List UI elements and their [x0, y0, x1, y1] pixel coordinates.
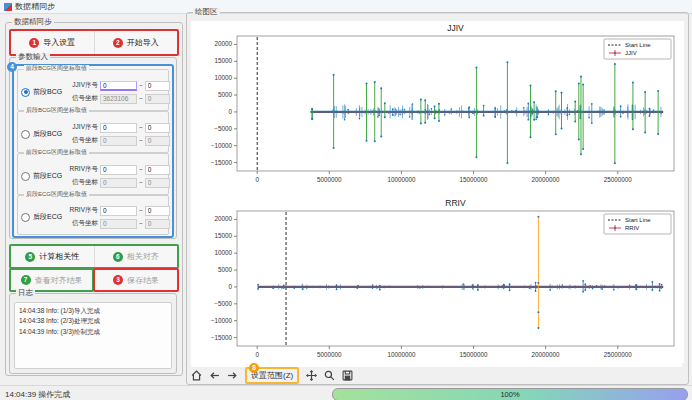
radio-label: 后段BCG	[33, 129, 62, 139]
radio-icon[interactable]	[21, 130, 30, 139]
rriv-index-to-input[interactable]	[145, 165, 170, 175]
row-label: JJIV序号	[67, 81, 98, 90]
row-label: RRIV序号	[67, 206, 98, 215]
param-group-front-bcg: 前段BCG区间坐标取值 前段BCG JJIV序号 ~ 信号坐标	[17, 69, 169, 111]
jjiv-index-to-input[interactable]	[145, 123, 170, 133]
tilde: ~	[139, 137, 143, 144]
row-label: RRIV序号	[67, 165, 98, 174]
svg-text:10000000: 10000000	[387, 176, 416, 183]
svg-text:0: 0	[255, 351, 259, 358]
svg-text:−10000: −10000	[211, 317, 233, 324]
svg-text:25000000: 25000000	[604, 176, 633, 183]
tilde: ~	[139, 220, 143, 227]
svg-text:RRIV: RRIV	[625, 225, 639, 231]
import-settings-button[interactable]: 1 导入设置	[11, 31, 94, 54]
param-group-title: 后段BCG区间坐标取值	[24, 107, 89, 113]
param-group-title: 前段BCG区间坐标取值	[24, 65, 89, 71]
step-badge-8: 8	[249, 363, 259, 373]
corr-buttons-box: 5 计算相关性 6 相关对齐	[9, 244, 179, 269]
radio-icon[interactable]	[21, 88, 30, 97]
param-group-rear-ecg: 后段ECG区间坐标取值 后段ECG RRIV序号 ~ 信号坐标	[17, 195, 169, 235]
compute-correlation-label: 计算相关性	[39, 251, 79, 262]
plot-toolbar: 8 设置范围(Z)	[191, 367, 353, 383]
row-label: 信号坐标	[67, 136, 98, 145]
svg-text:Start Line: Start Line	[625, 42, 651, 48]
rriv-index-to-input[interactable]	[145, 206, 170, 216]
svg-text:−10000: −10000	[211, 142, 233, 149]
svg-text:−15000: −15000	[211, 159, 233, 166]
rear-ecg-radio[interactable]: 后段ECG	[21, 212, 67, 222]
param-group-rear-bcg: 后段BCG区间坐标取值 后段BCG JJIV序号 ~ 信号坐标	[17, 111, 169, 153]
log-text-area[interactable]: 14:04:38 Info: (1/3)导入完成 14:04:38 Info: …	[14, 302, 172, 369]
radio-label: 后段ECG	[33, 212, 62, 222]
param-group-title: 前段ECG区间坐标取值	[24, 149, 89, 155]
log-line: 14:04:38 Info: (2/3)处理完成	[19, 316, 167, 326]
jjiv-index-to-input[interactable]	[145, 81, 170, 91]
svg-text:5000000: 5000000	[317, 176, 342, 183]
progress-label: 100%	[500, 390, 519, 399]
forward-icon[interactable]	[227, 370, 238, 381]
radio-icon[interactable]	[21, 213, 30, 222]
back-icon[interactable]	[209, 370, 220, 381]
compute-correlation-button[interactable]: 5 计算相关性	[11, 246, 94, 267]
save-result-label: 保存结果	[127, 275, 159, 286]
front-bcg-radio[interactable]: 前段BCG	[21, 87, 67, 97]
tilde: ~	[139, 124, 143, 131]
pan-icon[interactable]	[306, 370, 317, 381]
rriv-index-from-input[interactable]	[100, 165, 137, 175]
row-label: 信号坐标	[67, 178, 98, 187]
svg-text:5000: 5000	[218, 91, 233, 98]
params-group-label: 参数输入	[16, 53, 50, 61]
window-title: 数据精同步	[15, 1, 55, 12]
svg-text:0: 0	[255, 176, 259, 183]
svg-text:−5000: −5000	[214, 300, 232, 307]
save-icon[interactable]	[342, 370, 353, 381]
home-icon[interactable]	[191, 370, 202, 381]
rriv-chart[interactable]: RRIV−15000−10000−50000500010000150002000…	[191, 196, 682, 367]
rriv-index-from-input[interactable]	[100, 206, 137, 216]
radio-icon[interactable]	[21, 172, 30, 181]
svg-text:10000: 10000	[214, 249, 232, 256]
figure-canvas[interactable]: JJIV−15000−10000−50000500010000150002000…	[191, 21, 684, 363]
svg-text:Start Line: Start Line	[625, 217, 651, 223]
import-settings-label: 导入设置	[43, 37, 75, 48]
status-message: 14:04:39 操作完成	[5, 389, 70, 400]
save-result-button[interactable]: 3 保存结果	[95, 270, 177, 290]
app-icon	[4, 3, 12, 11]
svg-text:15000000: 15000000	[460, 176, 489, 183]
correlation-align-button[interactable]: 6 相关对齐	[94, 246, 178, 267]
signal-coord-to-input	[145, 136, 170, 146]
svg-text:15000: 15000	[214, 57, 232, 64]
signal-coord-from-input	[100, 94, 137, 104]
view-align-result-button[interactable]: 7 查看对齐结果	[11, 270, 92, 290]
view-align-result-label: 查看对齐结果	[35, 275, 83, 286]
svg-text:20000: 20000	[214, 215, 232, 222]
start-import-label: 开始导入	[127, 37, 159, 48]
svg-text:0: 0	[228, 283, 232, 290]
svg-text:15000000: 15000000	[460, 351, 489, 358]
tilde: ~	[139, 82, 143, 89]
zoom-icon[interactable]	[324, 370, 335, 381]
row-label: JJIV序号	[67, 123, 98, 132]
start-import-button[interactable]: 2 开始导入	[94, 31, 178, 54]
step-badge-6: 6	[113, 252, 123, 262]
svg-text:−5000: −5000	[214, 125, 232, 132]
set-range-button[interactable]: 8 设置范围(Z)	[245, 367, 299, 384]
svg-text:JJIV: JJIV	[625, 50, 637, 56]
jjiv-index-from-input[interactable]	[100, 123, 137, 133]
log-line: 14:04:39 Info: (3/3)绘制完成	[19, 327, 167, 337]
svg-text:10000: 10000	[214, 74, 232, 81]
svg-text:25000000: 25000000	[604, 351, 633, 358]
rear-bcg-radio[interactable]: 后段BCG	[21, 129, 67, 139]
front-ecg-radio[interactable]: 前段ECG	[21, 171, 67, 181]
row-label: 信号坐标	[67, 219, 98, 228]
svg-text:JJIV: JJIV	[447, 23, 464, 33]
param-group-front-ecg: 前段ECG区间坐标取值 前段ECG RRIV序号 ~ 信号坐标	[17, 153, 169, 195]
signal-coord-from-input	[100, 178, 137, 188]
svg-text:5000000: 5000000	[317, 351, 342, 358]
correlation-align-label: 相关对齐	[127, 251, 159, 262]
tilde: ~	[139, 207, 143, 214]
jjiv-chart[interactable]: JJIV−15000−10000−50000500010000150002000…	[191, 21, 682, 192]
jjiv-index-from-input[interactable]	[100, 81, 137, 91]
plot-panel-group-label: 绘图区	[193, 8, 220, 16]
